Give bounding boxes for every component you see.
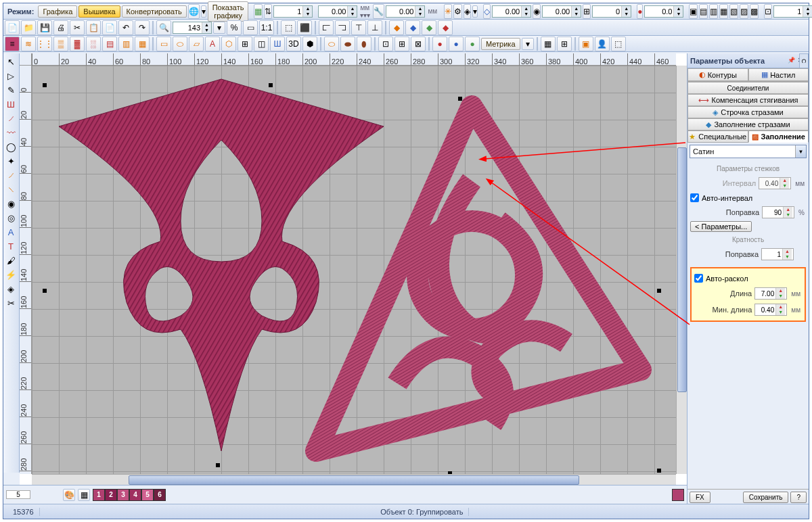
snap-icon[interactable]: ⊡ <box>764 4 772 19</box>
stitch-type-1[interactable]: ≡ <box>5 37 20 51</box>
wand-icon[interactable]: ⚡ <box>3 268 18 281</box>
spinner-f[interactable]: ▲▼ <box>592 5 631 18</box>
subtab-connectors[interactable]: Соединители <box>687 82 809 94</box>
text-icon[interactable]: T <box>3 239 18 253</box>
star-icon[interactable]: ✦ <box>3 154 18 168</box>
tab-contours[interactable]: ◐Контуры <box>687 68 748 81</box>
length-spinner[interactable]: ▲▼ <box>754 287 787 300</box>
dropdown-icon[interactable]: ▾ <box>201 5 206 18</box>
copy-icon[interactable]: 📋 <box>86 20 101 35</box>
tool-icon-3[interactable]: ◉ <box>533 4 541 19</box>
brush-icon[interactable]: 🖌 <box>3 254 18 267</box>
line-icon-1[interactable]: ⟋ <box>3 168 18 182</box>
save-button[interactable]: Сохранить <box>743 492 789 503</box>
swatch-icon[interactable]: ▦ <box>78 489 90 501</box>
misc-icon-1[interactable]: ◈ <box>3 282 18 295</box>
arrows-icon[interactable]: ⇅ <box>264 4 272 19</box>
design-right[interactable] <box>282 86 661 474</box>
group-icon[interactable]: ⬚ <box>281 20 296 35</box>
palette-icon[interactable]: 🎨 <box>63 489 75 501</box>
pct-icon[interactable]: % <box>227 20 242 35</box>
mode-graphic-button[interactable]: Графика <box>38 5 77 18</box>
mode-embroidery-button[interactable]: Вышивка <box>78 5 120 18</box>
sel-handle-bm[interactable] <box>216 463 220 467</box>
color-chip-4[interactable]: 4 <box>129 489 141 501</box>
interval-spinner[interactable]: ▲▼ <box>759 177 791 189</box>
align-icon-3[interactable]: ⊤ <box>351 20 366 35</box>
spinner-g[interactable]: ▲▼ <box>644 5 683 18</box>
sel-handle-br2[interactable] <box>657 469 661 473</box>
align-icon-1[interactable]: ⫍ <box>319 20 334 35</box>
fill-type-dropdown[interactable]: ▼ <box>690 145 807 158</box>
sel-handle-tr2[interactable] <box>458 97 462 101</box>
tool-icon-1[interactable]: 🔧 <box>373 4 384 19</box>
pin-icon[interactable]: 📌 <box>788 57 796 65</box>
color-chip-3[interactable]: 3 <box>117 489 129 501</box>
select-icon[interactable]: ↖ <box>3 55 18 68</box>
diamond-icon[interactable]: ◇ <box>483 4 491 19</box>
spinner-d[interactable]: ▲▼ <box>492 5 531 18</box>
cut-icon[interactable]: ✂ <box>70 20 85 35</box>
v-scroll-thumb[interactable] <box>677 147 687 392</box>
stitch-type-2[interactable]: ≋ <box>21 37 36 51</box>
new-icon[interactable]: 📄 <box>5 20 20 35</box>
horizontal-scrollbar[interactable] <box>32 474 676 485</box>
save-icon[interactable]: 💾 <box>37 20 52 35</box>
adjust-spinner[interactable]: ▲▼ <box>762 206 794 218</box>
undo-icon[interactable]: ↶ <box>118 20 133 35</box>
layer-icon-3[interactable]: ▥ <box>709 4 718 19</box>
paste-icon[interactable]: 📄 <box>102 20 117 35</box>
layer-icon-5[interactable]: ▧ <box>729 4 738 19</box>
params-button[interactable]: <Параметры... <box>690 221 752 232</box>
1to1-icon[interactable]: 1:1 <box>259 20 274 35</box>
3d-icon[interactable]: 3D <box>286 37 301 51</box>
h-scroll-thumb[interactable] <box>129 475 579 485</box>
stitch-icon-1[interactable]: Ш <box>3 97 18 111</box>
current-color[interactable] <box>672 489 684 501</box>
sel-handle-mr2[interactable] <box>657 289 661 293</box>
layer-icon-4[interactable]: ▦ <box>719 4 728 19</box>
metric-button[interactable]: Метрика <box>481 38 520 50</box>
tab-underlay[interactable]: ▦Настил <box>748 68 809 81</box>
globe-icon[interactable]: 🌐 <box>188 4 200 19</box>
spinner-b[interactable]: ▲▼ <box>318 5 357 18</box>
zoom-icon[interactable]: 🔍 <box>156 20 171 35</box>
text-a-icon[interactable]: A <box>3 225 18 239</box>
stitch-icon-2[interactable]: ⟋ <box>3 112 18 125</box>
spinner-e[interactable]: ▲▼ <box>542 5 581 18</box>
subtab-rhinestone-line[interactable]: ◈Строчка стразами <box>687 106 809 118</box>
curve-icon[interactable]: 〰 <box>3 126 18 139</box>
sel-handle-ml[interactable] <box>43 289 47 293</box>
show-graphic-button[interactable]: Показать графику <box>208 1 249 22</box>
ring-icon-1[interactable]: ◉ <box>3 197 18 210</box>
settings-icon[interactable]: ⚙ <box>453 4 462 19</box>
subtab-fill[interactable]: ▨Заполнение <box>748 130 809 143</box>
open-icon[interactable]: 📁 <box>21 20 36 35</box>
color-chip-5[interactable]: 5 <box>141 489 154 501</box>
ring-icon-2[interactable]: ◎ <box>3 211 18 224</box>
layer-icon-1[interactable]: ▣ <box>689 4 698 19</box>
mult-spinner[interactable]: ▲▼ <box>761 248 794 260</box>
spinner-a[interactable]: ▲▼ <box>273 5 313 18</box>
misc-icon-2[interactable]: ✂ <box>3 296 18 310</box>
align-icon-4[interactable]: ⊥ <box>367 20 382 35</box>
color-chip-1[interactable]: 1 <box>93 489 105 501</box>
color-chip-2[interactable]: 2 <box>105 489 117 501</box>
collapsed-tab[interactable]: С <box>799 53 809 68</box>
vertical-scrollbar[interactable] <box>676 66 687 474</box>
fx-button[interactable]: FX <box>690 492 710 503</box>
fit-icon[interactable]: ▭ <box>243 20 258 35</box>
auto-interval-checkbox[interactable] <box>690 193 699 202</box>
page-input[interactable] <box>6 490 30 499</box>
line-icon-2[interactable]: ⟍ <box>3 183 18 196</box>
design-canvas[interactable] <box>32 66 676 474</box>
pen-icon[interactable]: ✎ <box>3 83 18 97</box>
spinner-h[interactable]: ▲▼ <box>773 5 812 18</box>
tool-icon-4[interactable]: ⊞ <box>583 4 591 19</box>
dropdown-arrow-icon[interactable]: ▼ <box>795 145 806 158</box>
mode-convert-button[interactable]: Конвертировать <box>122 5 187 18</box>
zoom-spinner[interactable]: ▲▼ <box>173 22 212 34</box>
layer-icon-7[interactable]: ▩ <box>750 4 759 19</box>
spin-b-input[interactable] <box>319 7 347 16</box>
redo-icon[interactable]: ↷ <box>135 20 150 35</box>
